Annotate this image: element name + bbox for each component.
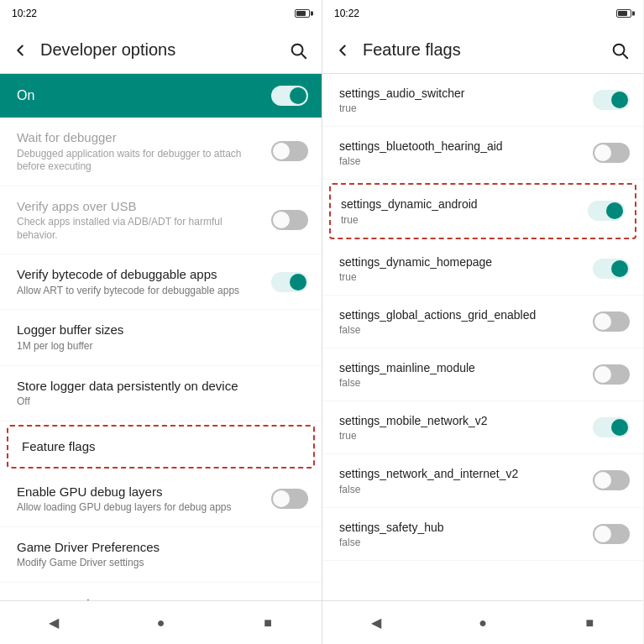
flag-global-actions[interactable]: settings_global_actions_grid_enabled fal… <box>322 296 643 348</box>
flag-name: settings_mobile_network_v2 <box>339 413 583 428</box>
back-button-right[interactable] <box>326 34 359 67</box>
flag-dynamic-homepage[interactable]: settings_dynamic_homepage true <box>322 243 643 296</box>
setting-system-tracing[interactable]: System Tracing <box>0 583 322 600</box>
setting-wait-debugger[interactable]: Wait for debugger Debugged application w… <box>0 118 322 186</box>
flag-audio-switcher[interactable]: settings_audio_switcher true <box>322 74 643 127</box>
flag-value: true <box>339 102 583 114</box>
setting-store-logger[interactable]: Store logger data persistently on device… <box>0 366 322 421</box>
setting-title: Verify apps over USB <box>17 198 261 215</box>
flag-safety-hub[interactable]: settings_safety_hub false <box>322 508 643 561</box>
toggle-verify-bytecode[interactable] <box>271 272 308 292</box>
setting-title: Logger buffer sizes <box>17 322 298 338</box>
flag-mainline-module[interactable]: settings_mainline_module false <box>322 348 643 401</box>
back-button-left[interactable] <box>3 34 37 67</box>
master-toggle[interactable] <box>271 86 308 106</box>
setting-game-driver[interactable]: Game Driver Preferences Modify Game Driv… <box>0 527 322 583</box>
setting-feature-flags[interactable]: Feature flags <box>7 425 315 469</box>
app-bar-right: Feature flags <box>322 27 643 74</box>
nav-bar-right: ◀ ● ■ <box>322 600 643 644</box>
setting-desc: Check apps installed via ADB/ADT for har… <box>17 216 261 242</box>
nav-recent-right[interactable]: ■ <box>571 605 608 641</box>
flags-list: settings_audio_switcher true settings_bl… <box>322 74 643 600</box>
setting-desc: Modify Game Driver settings <box>17 557 298 570</box>
settings-list: Wait for debugger Debugged application w… <box>0 118 322 600</box>
setting-title: Game Driver Preferences <box>17 539 298 556</box>
flag-bluetooth-hearing[interactable]: settings_bluetooth_hearing_aid false <box>322 127 643 180</box>
status-time-right: 10:22 <box>334 8 359 19</box>
toggle-wait-debugger[interactable] <box>271 141 308 161</box>
setting-gpu-debug[interactable]: Enable GPU debug layers Allow loading GP… <box>0 472 322 527</box>
left-panel: 10:22 Developer options On Wait for deb <box>0 0 322 644</box>
svg-line-3 <box>623 54 627 58</box>
svg-line-1 <box>301 54 306 58</box>
toggle-bluetooth-hearing[interactable] <box>593 143 630 163</box>
flag-value: true <box>339 430 583 442</box>
setting-title: Feature flags <box>22 438 293 455</box>
flag-value: false <box>339 484 583 495</box>
toggle-knob <box>290 87 306 104</box>
toggle-dynamic-android[interactable] <box>588 201 625 221</box>
setting-desc: Allow loading GPU debug layers for debug… <box>17 501 261 515</box>
nav-home-left[interactable]: ● <box>142 605 179 641</box>
battery-icon-left <box>295 9 310 18</box>
nav-back-left[interactable]: ◀ <box>35 605 72 641</box>
nav-recent-left[interactable]: ■ <box>249 605 286 641</box>
on-banner: On <box>0 74 322 118</box>
setting-title: Store logger data persistently on device <box>17 378 298 395</box>
setting-title: Enable GPU debug layers <box>17 484 261 500</box>
setting-logger-buffer[interactable]: Logger buffer sizes 1M per log buffer <box>0 310 322 365</box>
right-panel: 10:22 Feature flags settings_audio_switc… <box>322 0 643 644</box>
toggle-network-internet-v2[interactable] <box>593 470 630 490</box>
nav-back-right[interactable]: ◀ <box>358 605 395 641</box>
status-bar-right: 10:22 <box>322 0 643 27</box>
flag-name: settings_network_and_internet_v2 <box>339 466 583 481</box>
flag-name: settings_audio_switcher <box>339 86 583 101</box>
toggle-mobile-network-v2[interactable] <box>593 417 630 437</box>
flag-name: settings_global_actions_grid_enabled <box>339 307 583 322</box>
nav-bar-left: ◀ ● ■ <box>0 600 322 644</box>
setting-desc: Off <box>17 395 298 409</box>
flag-name: settings_dynamic_homepage <box>339 254 583 270</box>
toggle-dynamic-homepage[interactable] <box>593 259 630 279</box>
setting-verify-bytecode[interactable]: Verify bytecode of debuggable apps Allow… <box>0 254 322 310</box>
flag-name: settings_safety_hub <box>339 520 583 535</box>
flag-network-internet-v2[interactable]: settings_network_and_internet_v2 false <box>322 454 643 507</box>
flag-dynamic-android[interactable]: settings_dynamic_android true <box>329 183 636 238</box>
flag-mobile-network-v2[interactable]: settings_mobile_network_v2 true <box>322 401 643 454</box>
flag-value: true <box>339 271 583 283</box>
setting-title: Wait for debugger <box>17 129 261 146</box>
setting-verify-usb[interactable]: Verify apps over USB Check apps installe… <box>0 186 322 255</box>
flag-name: settings_dynamic_android <box>341 196 578 212</box>
flag-name: settings_mainline_module <box>339 360 583 375</box>
status-time-left: 10:22 <box>12 8 37 19</box>
search-button-left[interactable] <box>281 34 315 67</box>
toggle-global-actions[interactable] <box>593 312 630 332</box>
on-label: On <box>17 88 34 103</box>
status-bar-left: 10:22 <box>0 0 322 27</box>
flag-value: false <box>339 324 583 336</box>
flag-name: settings_bluetooth_hearing_aid <box>339 139 583 154</box>
setting-desc: Debugged application waits for debugger … <box>17 148 261 174</box>
toggle-audio-switcher[interactable] <box>593 90 630 110</box>
setting-desc: 1M per log buffer <box>17 340 298 353</box>
app-bar-left: Developer options <box>0 27 322 74</box>
flag-value: false <box>339 155 583 167</box>
search-button-right[interactable] <box>603 34 636 67</box>
toggle-safety-hub[interactable] <box>593 524 630 544</box>
toggle-mainline-module[interactable] <box>593 364 630 385</box>
flag-value: false <box>339 377 583 389</box>
page-title-right: Feature flags <box>359 40 603 60</box>
flag-value: false <box>339 537 583 548</box>
nav-home-right[interactable]: ● <box>464 605 501 641</box>
setting-title: Verify bytecode of debuggable apps <box>17 266 261 283</box>
toggle-verify-usb[interactable] <box>271 210 308 230</box>
page-title-left: Developer options <box>37 40 281 60</box>
battery-icon-right <box>616 9 631 18</box>
flag-value: true <box>341 214 578 226</box>
toggle-gpu-debug[interactable] <box>271 489 308 509</box>
setting-desc: Allow ART to verify bytecode for debugga… <box>17 285 261 298</box>
